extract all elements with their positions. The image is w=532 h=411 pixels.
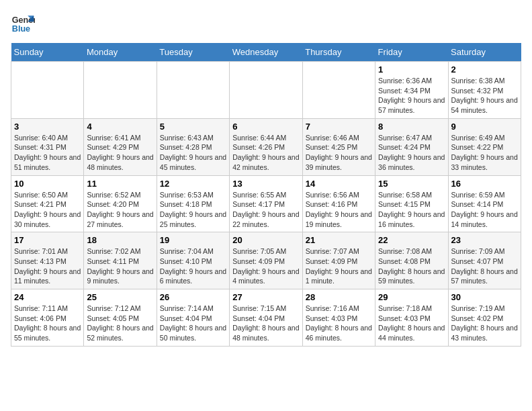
week-row-4: 17Sunrise: 7:01 AM Sunset: 4:13 PM Dayli… [11,232,521,289]
day-number: 4 [87,122,153,132]
header-saturday: Saturday [448,43,521,62]
day-cell: 29Sunrise: 7:18 AM Sunset: 4:03 PM Dayli… [375,289,448,347]
day-info: Sunrise: 7:05 AM Sunset: 4:09 PM Dayligh… [232,246,299,286]
day-info: Sunrise: 6:40 AM Sunset: 4:31 PM Dayligh… [14,133,81,173]
day-cell: 14Sunrise: 6:56 AM Sunset: 4:16 PM Dayli… [302,175,375,232]
day-cell [84,62,157,119]
day-number: 8 [378,122,445,132]
week-row-5: 24Sunrise: 7:11 AM Sunset: 4:06 PM Dayli… [11,289,521,347]
day-number: 19 [160,235,226,245]
header-tuesday: Tuesday [157,43,229,62]
logo: General Blue [11,11,38,35]
day-cell: 6Sunrise: 6:44 AM Sunset: 4:26 PM Daylig… [230,118,302,175]
day-number: 22 [378,235,445,245]
day-cell: 13Sunrise: 6:55 AM Sunset: 4:17 PM Dayli… [230,175,302,232]
day-number: 14 [306,179,372,189]
day-cell: 24Sunrise: 7:11 AM Sunset: 4:06 PM Dayli… [11,289,84,347]
header-wednesday: Wednesday [230,43,302,62]
day-info: Sunrise: 7:19 AM Sunset: 4:02 PM Dayligh… [451,304,518,343]
day-number: 15 [378,179,445,189]
day-cell: 19Sunrise: 7:04 AM Sunset: 4:10 PM Dayli… [157,232,229,289]
day-cell: 2Sunrise: 6:38 AM Sunset: 4:32 PM Daylig… [448,62,521,119]
calendar-table: SundayMondayTuesdayWednesdayThursdayFrid… [11,43,521,347]
day-info: Sunrise: 6:46 AM Sunset: 4:25 PM Dayligh… [306,133,372,173]
day-info: Sunrise: 6:43 AM Sunset: 4:28 PM Dayligh… [160,133,226,173]
day-number: 27 [232,292,299,302]
day-number: 2 [451,64,518,75]
day-info: Sunrise: 6:52 AM Sunset: 4:20 PM Dayligh… [87,190,153,230]
day-number: 12 [160,179,226,189]
day-info: Sunrise: 7:08 AM Sunset: 4:08 PM Dayligh… [378,246,445,286]
day-cell: 27Sunrise: 7:15 AM Sunset: 4:04 PM Dayli… [230,289,302,347]
day-cell: 9Sunrise: 6:49 AM Sunset: 4:22 PM Daylig… [448,118,521,175]
header-thursday: Thursday [302,43,375,62]
header: General Blue [11,11,521,35]
day-info: Sunrise: 7:18 AM Sunset: 4:03 PM Dayligh… [378,304,445,343]
day-number: 10 [14,179,81,189]
day-number: 16 [451,179,518,189]
day-cell: 26Sunrise: 7:14 AM Sunset: 4:04 PM Dayli… [157,289,229,347]
day-info: Sunrise: 6:50 AM Sunset: 4:21 PM Dayligh… [14,190,81,230]
day-number: 21 [306,235,372,245]
day-number: 18 [87,235,153,245]
day-cell [302,62,375,119]
day-info: Sunrise: 7:02 AM Sunset: 4:11 PM Dayligh… [87,246,153,286]
day-number: 24 [14,292,81,302]
day-cell: 5Sunrise: 6:43 AM Sunset: 4:28 PM Daylig… [157,118,229,175]
day-info: Sunrise: 6:56 AM Sunset: 4:16 PM Dayligh… [306,190,372,230]
day-number: 29 [378,292,445,302]
day-number: 26 [160,292,226,302]
day-cell: 17Sunrise: 7:01 AM Sunset: 4:13 PM Dayli… [11,232,84,289]
day-cell: 3Sunrise: 6:40 AM Sunset: 4:31 PM Daylig… [11,118,84,175]
day-info: Sunrise: 7:14 AM Sunset: 4:04 PM Dayligh… [160,304,226,343]
day-number: 5 [160,122,226,132]
day-cell: 1Sunrise: 6:36 AM Sunset: 4:34 PM Daylig… [375,62,448,119]
day-number: 3 [14,122,81,132]
day-info: Sunrise: 7:04 AM Sunset: 4:10 PM Dayligh… [160,246,226,286]
day-cell: 23Sunrise: 7:09 AM Sunset: 4:07 PM Dayli… [448,232,521,289]
day-cell [157,62,229,119]
week-row-3: 10Sunrise: 6:50 AM Sunset: 4:21 PM Dayli… [11,175,521,232]
day-number: 23 [451,235,518,245]
day-info: Sunrise: 6:44 AM Sunset: 4:26 PM Dayligh… [232,133,299,173]
day-info: Sunrise: 7:09 AM Sunset: 4:07 PM Dayligh… [451,246,518,286]
day-number: 20 [232,235,299,245]
day-number: 25 [87,292,153,302]
day-info: Sunrise: 7:15 AM Sunset: 4:04 PM Dayligh… [232,304,299,343]
day-cell: 4Sunrise: 6:41 AM Sunset: 4:29 PM Daylig… [84,118,157,175]
day-cell: 20Sunrise: 7:05 AM Sunset: 4:09 PM Dayli… [230,232,302,289]
day-cell: 21Sunrise: 7:07 AM Sunset: 4:09 PM Dayli… [302,232,375,289]
day-number: 28 [306,292,372,302]
day-number: 13 [232,179,299,189]
day-number: 30 [451,292,518,302]
day-info: Sunrise: 7:16 AM Sunset: 4:03 PM Dayligh… [306,304,372,343]
day-cell: 12Sunrise: 6:53 AM Sunset: 4:18 PM Dayli… [157,175,229,232]
header-friday: Friday [375,43,448,62]
day-info: Sunrise: 6:59 AM Sunset: 4:14 PM Dayligh… [451,190,518,230]
day-number: 1 [378,64,445,75]
day-cell: 16Sunrise: 6:59 AM Sunset: 4:14 PM Dayli… [448,175,521,232]
day-info: Sunrise: 6:55 AM Sunset: 4:17 PM Dayligh… [232,190,299,230]
day-cell: 10Sunrise: 6:50 AM Sunset: 4:21 PM Dayli… [11,175,84,232]
day-cell: 7Sunrise: 6:46 AM Sunset: 4:25 PM Daylig… [302,118,375,175]
day-info: Sunrise: 6:58 AM Sunset: 4:15 PM Dayligh… [378,190,445,230]
day-info: Sunrise: 7:12 AM Sunset: 4:05 PM Dayligh… [87,304,153,343]
week-row-2: 3Sunrise: 6:40 AM Sunset: 4:31 PM Daylig… [11,118,521,175]
day-cell: 28Sunrise: 7:16 AM Sunset: 4:03 PM Dayli… [302,289,375,347]
day-number: 9 [451,122,518,132]
day-cell: 22Sunrise: 7:08 AM Sunset: 4:08 PM Dayli… [375,232,448,289]
day-info: Sunrise: 6:38 AM Sunset: 4:32 PM Dayligh… [451,76,518,116]
svg-text:Blue: Blue [12,24,30,34]
day-number: 11 [87,179,153,189]
day-cell [11,62,84,119]
day-info: Sunrise: 6:49 AM Sunset: 4:22 PM Dayligh… [451,133,518,173]
day-info: Sunrise: 7:07 AM Sunset: 4:09 PM Dayligh… [306,246,372,286]
day-number: 6 [232,122,299,132]
day-cell: 25Sunrise: 7:12 AM Sunset: 4:05 PM Dayli… [84,289,157,347]
header-row: SundayMondayTuesdayWednesdayThursdayFrid… [11,43,521,62]
day-info: Sunrise: 6:47 AM Sunset: 4:24 PM Dayligh… [378,133,445,173]
day-info: Sunrise: 7:11 AM Sunset: 4:06 PM Dayligh… [14,304,81,343]
day-cell: 15Sunrise: 6:58 AM Sunset: 4:15 PM Dayli… [375,175,448,232]
day-info: Sunrise: 6:41 AM Sunset: 4:29 PM Dayligh… [87,133,153,173]
day-cell [230,62,302,119]
